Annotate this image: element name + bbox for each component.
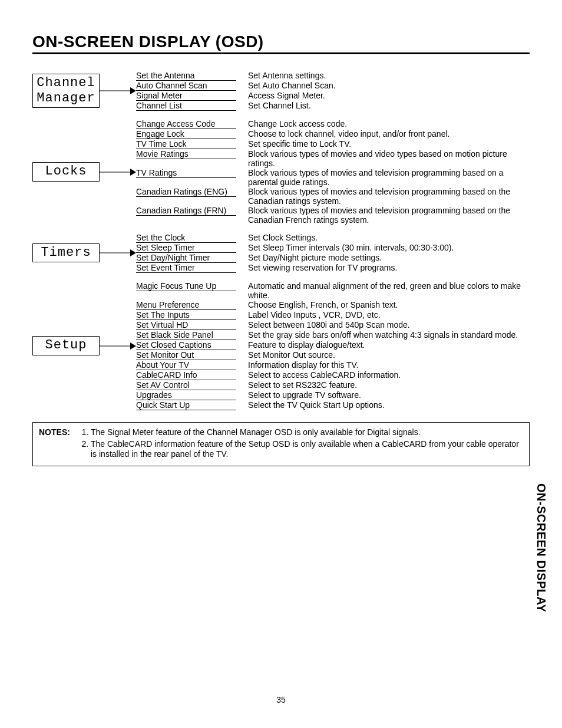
menu-item-label: TV Time Lock [136,139,236,149]
menu-rows: Set the ClockSet Clock Settings.Set Slee… [136,233,530,273]
menu-item-row: UpgradesSelect to upgrade TV software. [136,390,530,400]
menu-item-row: CableCARD InfoSelect to access CableCARD… [136,370,530,380]
menu-category-box: ChannelManager [32,74,100,108]
menu-item-label: Menu Preference [136,300,236,310]
menu-section: TimersSet the ClockSet Clock Settings.Se… [32,233,530,273]
menu-item-desc: Select to set RS232C feature. [236,380,530,390]
menu-section: ChannelManagerSet the AntennaSet Antenna… [32,71,530,111]
svg-marker-7 [130,342,136,350]
menu-item-label: Signal Meter [136,91,236,101]
menu-rows: Change Access CodeChange Lock access cod… [136,119,530,225]
menu-section: LocksChange Access CodeChange Lock acces… [32,119,530,225]
menu-item-row: Quick Start UpSelect the TV Quick Start … [136,400,530,410]
menu-item-desc: Block various types of movies and televi… [236,206,530,225]
menu-item-label: Set The Inputs [136,310,236,320]
menu-item-row: Set Closed CaptionsFeature to display di… [136,340,530,350]
menu-category-box: Locks [32,162,100,181]
menu-item-desc: Select the TV Quick Start Up options. [236,400,530,410]
menu-item-row: About Your TVInformation display for thi… [136,360,530,370]
arrow-cell [100,340,136,352]
menu-category-label: Channel [37,75,95,91]
arrow-right-icon [100,166,136,178]
svg-marker-1 [130,87,136,94]
page-title: ON-SCREEN DISPLAY (OSD) [32,32,530,54]
svg-marker-3 [130,169,136,176]
menu-item-row: Canadian Ratings (ENG)Block various type… [136,187,530,206]
menu-item-row: Set AV ControlSelect to set RS232C featu… [136,380,530,390]
menu-item-label: Set AV Control [136,380,236,390]
menu-item-desc: Set Sleep Timer intervals (30 min. inter… [236,243,530,252]
menu-item-row: Set the ClockSet Clock Settings. [136,233,530,243]
menu-item-row: Set Sleep TimerSet Sleep Timer intervals… [136,243,530,253]
menu-item-row: Channel ListSet Channel List. [136,101,530,111]
menu-item-desc: Set the gray side bars on/off when watch… [236,330,530,340]
menu-item-desc: Choose English, French, or Spanish text. [236,300,530,309]
menu-category-box: Setup [32,336,100,355]
notes-item: The Signal Meter feature of the Channel … [91,427,523,438]
menu-section: SetupMagic Focus Tune UpAutomatic and ma… [32,281,530,410]
menu-item-desc: Select between 1080i and 540p Scan mode. [236,320,530,330]
menu-item-label: Upgrades [136,390,236,400]
menu-item-row: Set Black Side PanelSet the gray side ba… [136,330,530,340]
menu-item-label: Set Virtual HD [136,320,236,330]
arrow-right-icon [100,340,136,352]
menu-item-row: Signal MeterAccess Signal Meter. [136,91,530,101]
menu-item-row: Magic Focus Tune UpAutomatic and manual … [136,281,530,300]
menu-item-desc: Select to access CableCARD information. [236,370,530,380]
menu-item-label: About Your TV [136,360,236,370]
menu-item-label: Channel List [136,101,236,111]
menu-item-label: Canadian Ratings (ENG) [136,187,236,197]
notes-list: The Signal Meter feature of the Channel … [80,427,523,461]
menu-item-row: Set Day/Night TimerSet Day/Night picture… [136,253,530,263]
menu-item-label: CableCARD Info [136,370,236,380]
menu-item-desc: Block various types of movies and televi… [236,187,530,206]
menu-category-label: Manager [37,91,95,106]
notes-label: NOTES: [39,427,74,461]
menu-category-box: Timers [32,243,100,262]
svg-marker-5 [130,249,136,256]
menu-item-desc: Label Video Inputs , VCR, DVD, etc. [236,310,530,319]
menu-item-label: Set Event Timer [136,263,236,273]
menu-item-label: Set the Clock [136,233,236,243]
menu-item-desc: Block various types of movies and video … [236,149,530,168]
menu-category-label: Locks [45,164,87,179]
menu-category-label: Timers [41,245,91,261]
menu-item-label: Change Access Code [136,119,236,129]
menu-item-row: Set Event TimerSet viewing reservation f… [136,263,530,273]
menu-item-row: Set Monitor OutSet Monitor Out source. [136,350,530,360]
menu-item-row: Canadian Ratings (FRN)Block various type… [136,206,530,225]
menu-item-row: Change Access CodeChange Lock access cod… [136,119,530,129]
menu-item-desc: Set viewing reservation for TV programs. [236,263,530,272]
menu-item-desc: Change Lock access code. [236,119,530,129]
osd-diagram: ChannelManagerSet the AntennaSet Antenna… [32,71,530,410]
side-tab: ON-SCREEN DISPLAY [534,483,548,612]
menu-item-desc: Set Day/Night picture mode settings. [236,253,530,262]
page-number: 35 [0,695,562,704]
menu-item-desc: Set Auto Channel Scan. [236,81,530,90]
arrow-cell [100,247,136,259]
menu-item-label: Movie Ratings [136,149,236,159]
menu-item-desc: Block various types of movies and televi… [236,168,530,187]
menu-item-row: Movie RatingsBlock various types of movi… [136,149,530,168]
menu-item-desc: Feature to display dialogue/text. [236,340,530,350]
menu-item-label: TV Ratings [136,168,236,178]
menu-item-desc: Information display for this TV. [236,360,530,370]
menu-item-desc: Automatic and manual alignment of the re… [236,281,530,300]
notes-item: The CableCARD information feature of the… [91,439,523,460]
menu-item-row: Menu PreferenceChoose English, French, o… [136,300,530,310]
menu-item-desc: Set specific time to Lock TV. [236,139,530,149]
arrow-right-icon [100,247,136,259]
menu-item-desc: Select to upgrade TV software. [236,390,530,400]
arrow-right-icon [100,85,136,97]
menu-item-label: Set Day/Night Timer [136,253,236,263]
menu-item-desc: Set Monitor Out source. [236,350,530,360]
menu-item-desc: Set Channel List. [236,101,530,110]
arrow-cell [100,166,136,178]
menu-category-label: Setup [45,338,87,353]
menu-item-row: Engage LockChoose to lock channel, video… [136,129,530,139]
menu-item-label: Set Closed Captions [136,340,236,350]
menu-item-row: Set The InputsLabel Video Inputs , VCR, … [136,310,530,320]
menu-item-row: Set Virtual HDSelect between 1080i and 5… [136,320,530,330]
menu-item-row: Auto Channel ScanSet Auto Channel Scan. [136,81,530,91]
menu-item-label: Set Monitor Out [136,350,236,360]
